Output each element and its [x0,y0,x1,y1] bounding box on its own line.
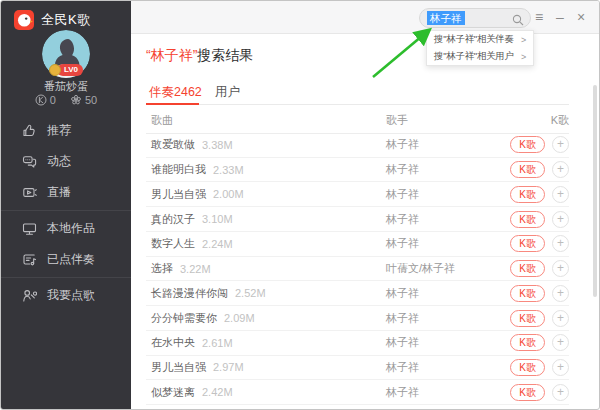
sidebar-item-recommend[interactable]: 推荐 [1,115,131,146]
tab-users[interactable]: 用户 [215,84,240,101]
add-button[interactable]: + [552,384,569,401]
sidebar-item-label: 直播 [47,184,71,201]
level-badge: LV0 [1,64,131,76]
sidebar-item-song-request[interactable]: 我要点歌 [1,280,131,311]
song-artist: 林子祥 [386,335,419,350]
song-row: 谁能明白我2.33M林子祥K歌+ [146,158,569,183]
add-button[interactable]: + [552,136,569,153]
song-file-size: 2.00M [213,188,244,200]
monitor-icon [22,221,37,236]
window-controls: ≡ – × [532,1,588,33]
playlist-icon [22,252,37,267]
tab-bar: 伴奏2462 用户 [146,84,569,105]
sing-button[interactable]: K歌 [510,186,545,203]
search-suggestion-dropdown: 搜"林子祥"相关伴奏>搜"林子祥"相关用户> [426,30,534,66]
sidebar-divider [1,210,131,211]
song-title: 数字人生 [151,236,195,251]
song-title: 男儿当自强 [151,187,206,202]
song-file-size: 2.97M [213,361,244,373]
app-window: 全民K歌 LV0 番茄炒蛋 050 推荐动态直播本地作品已点伴奏我要点歌 林子祥 [0,0,600,410]
add-button[interactable]: + [552,161,569,178]
song-row: 似梦迷离2.42M林子祥K歌+ [146,380,569,405]
sing-button[interactable]: K歌 [510,161,545,178]
add-button[interactable]: + [552,285,569,302]
sidebar-item-local-works[interactable]: 本地作品 [1,213,131,244]
song-file-size: 3.22M [180,263,211,275]
app-logo-row: 全民K歌 [1,1,131,30]
sing-button[interactable]: K歌 [510,211,545,228]
add-button[interactable]: + [552,310,569,327]
add-button[interactable]: + [552,359,569,376]
song-file-size: 3.38M [202,139,233,151]
sing-button[interactable]: K歌 [510,285,545,302]
song-row: 在水中央2.61M林子祥K歌+ [146,331,569,356]
suggestion-label: 搜"林子祥"相关用户 [434,50,514,63]
page-title-suffix: 搜索结果 [197,47,253,63]
stat-value: 50 [85,94,97,106]
column-header-song: 歌曲 [151,113,173,128]
sidebar-item-label: 推荐 [47,122,71,139]
song-title: 选择 [151,261,173,276]
add-button[interactable]: + [552,260,569,277]
song-artist: 林子祥 [386,360,419,375]
add-button[interactable]: + [552,235,569,252]
sidebar-item-label: 动态 [47,153,71,170]
minimize-button[interactable]: – [553,10,567,24]
song-artist: 林子祥 [386,286,419,301]
sidebar-item-feed[interactable]: 动态 [1,146,131,177]
live-camera-icon [22,185,37,200]
song-file-size: 2.33M [213,164,244,176]
song-title: 敢爱敢做 [151,137,195,152]
song-title: 在水中央 [151,335,195,350]
tab-accompaniment[interactable]: 伴奏2462 [149,84,202,101]
sidebar-item-label: 本地作品 [47,220,95,237]
song-row: 选择3.22M叶蒨文/林子祥K歌+ [146,257,569,282]
sing-button[interactable]: K歌 [510,310,545,327]
user-stats: 050 [1,94,131,106]
scrollbar-thumb[interactable] [593,85,597,297]
sing-button[interactable]: K歌 [510,235,545,252]
song-artist: 林子祥 [386,212,419,227]
suggestion-label: 搜"林子祥"相关伴奏 [434,33,514,46]
sidebar-item-selected-accompaniment[interactable]: 已点伴奏 [1,244,131,275]
column-header-sing: K歌 [551,113,569,128]
song-artist: 林子祥 [386,137,419,152]
sidebar-divider [1,277,131,278]
song-row: 男儿当自强2.97M林子祥K歌+ [146,356,569,381]
chat-icon [22,154,37,169]
song-artist: 林子祥 [386,236,419,251]
sidebar-item-label: 已点伴奏 [47,251,95,268]
sing-button[interactable]: K歌 [510,334,545,351]
table-header: 歌曲 歌手 K歌 [146,104,569,134]
singer-icon [22,288,37,303]
song-file-size: 2.42M [202,386,233,398]
sing-button[interactable]: K歌 [510,136,545,153]
coin-icon [49,64,61,76]
stat-k-coin: 0 [35,94,56,106]
sing-button[interactable]: K歌 [510,359,545,376]
song-table: 敢爱敢做3.38M林子祥K歌+谁能明白我2.33M林子祥K歌+男儿当自强2.00… [146,133,569,405]
song-file-size: 2.24M [202,238,233,250]
app-title: 全民K歌 [41,11,91,29]
close-button[interactable]: × [574,10,588,24]
sing-button[interactable]: K歌 [510,384,545,401]
sing-button[interactable]: K歌 [510,260,545,277]
page-title-query: “林子祥” [146,47,197,63]
add-button[interactable]: + [552,186,569,203]
flower-icon [70,94,82,106]
search-icon[interactable] [512,12,524,24]
song-artist: 林子祥 [386,187,419,202]
column-header-artist: 歌手 [386,113,408,128]
sidebar-item-live[interactable]: 直播 [1,177,131,208]
sidebar: 全民K歌 LV0 番茄炒蛋 050 推荐动态直播本地作品已点伴奏我要点歌 [1,1,131,409]
add-button[interactable]: + [552,211,569,228]
song-artist: 叶蒨文/林子祥 [386,261,455,276]
song-row: 男儿当自强2.00M林子祥K歌+ [146,182,569,207]
stat-flowers: 50 [70,94,97,106]
suggestion-related-users[interactable]: 搜"林子祥"相关用户> [427,48,533,65]
add-button[interactable]: + [552,334,569,351]
sidebar-item-label: 我要点歌 [47,287,95,304]
annotation-arrow [365,19,441,83]
main-menu-button[interactable]: ≡ [532,10,546,24]
suggestion-related-accompaniment[interactable]: 搜"林子祥"相关伴奏> [427,31,533,48]
